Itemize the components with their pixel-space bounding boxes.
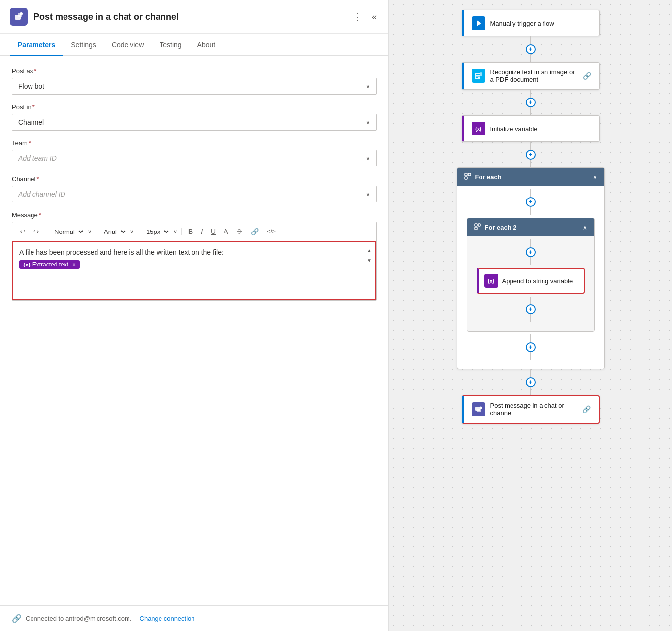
post-in-field: Post in* Channel ∨ (12, 103, 377, 131)
italic-button[interactable]: I (198, 226, 205, 237)
extracted-tag-label: Extracted text (32, 261, 68, 268)
tab-parameters[interactable]: Parameters (10, 34, 63, 56)
svg-rect-7 (476, 76, 480, 77)
font-size-select[interactable]: 15px (142, 227, 170, 237)
teams-icon (10, 8, 28, 26)
add-step-nested-button[interactable]: + (526, 247, 536, 257)
tab-codeview[interactable]: Code view (104, 34, 152, 56)
team-dropdown[interactable]: Add team ID ∨ (12, 150, 377, 166)
post-in-dropdown[interactable]: Channel ∨ (12, 114, 377, 131)
chevron-down-icon: ∨ (130, 229, 134, 235)
post-as-dropdown[interactable]: Flow bot ∨ (12, 78, 377, 95)
for-each-2-chevron-icon[interactable]: ∧ (583, 224, 587, 231)
underline-button[interactable]: U (208, 226, 218, 237)
panel-header: Post message in a chat or channel ⋮ « (0, 0, 388, 34)
connector-line (530, 90, 531, 98)
more-options-button[interactable]: ⋮ (351, 9, 364, 24)
strikethrough-button[interactable] (233, 227, 245, 236)
for-each-2-body: + {x} Append to string variable + (467, 236, 594, 327)
add-step-button[interactable]: + (526, 98, 536, 107)
connector-line (530, 334, 531, 342)
chevron-down-icon: ∨ (366, 119, 370, 126)
code-view-button[interactable]: </> (264, 227, 278, 236)
for-each-container: For each ∧ + (457, 167, 605, 369)
add-step-inside-button[interactable]: + (526, 197, 536, 207)
add-step-button[interactable]: + (526, 44, 536, 54)
scroll-indicators: ▲ ▼ (365, 246, 373, 264)
change-connection-link[interactable]: Change connection (140, 615, 195, 622)
svg-rect-10 (465, 173, 467, 176)
team-label: Team* (12, 139, 377, 147)
right-panel: Manually trigger a flow + Recognize text… (389, 0, 672, 631)
collapse-button[interactable]: « (370, 10, 379, 24)
nested-add-connector: + (526, 239, 536, 265)
add-step-button[interactable]: + (526, 150, 536, 160)
add-step-button[interactable]: + (526, 377, 536, 387)
message-field: Message* ↩ ↪ Normal ∨ Arial ∨ (12, 211, 377, 301)
svg-point-18 (480, 407, 482, 409)
chevron-down-icon: ∨ (173, 229, 177, 235)
channel-field: Channel* Add channel ID ∨ (12, 175, 377, 202)
chevron-down-icon: ∨ (366, 191, 370, 198)
post-message-label: Post message in a chat or channel (490, 402, 577, 417)
connector-line (530, 160, 531, 167)
initialize-node[interactable]: {x} Initialize variable (462, 115, 600, 142)
svg-rect-9 (480, 72, 482, 76)
trigger-node[interactable]: Manually trigger a flow (462, 10, 600, 36)
recognize-node[interactable]: Recognize text in an image or a PDF docu… (462, 62, 600, 90)
post-in-label: Post in* (12, 103, 377, 111)
link-icon: 🔗 (583, 72, 591, 80)
for-each-chevron-icon[interactable]: ∧ (593, 174, 597, 181)
for-each-2-header[interactable]: For each 2 ∧ (467, 218, 594, 236)
toolbar-separator-1 (46, 228, 46, 235)
scroll-up-icon[interactable]: ▲ (365, 246, 373, 254)
toolbar-separator-3 (138, 228, 138, 235)
team-placeholder: Add team ID (18, 154, 57, 162)
font-family-select[interactable]: Arial (100, 227, 127, 237)
extracted-text-tag[interactable]: {x} Extracted text × (19, 260, 80, 269)
add-step-after-foreach2-button[interactable]: + (526, 342, 536, 352)
font-style-select[interactable]: Normal (50, 227, 85, 237)
connector-line (530, 257, 531, 265)
svg-point-2 (20, 12, 23, 15)
redo-button[interactable]: ↪ (31, 226, 42, 237)
for-each-icon (464, 173, 471, 181)
for-each-2-header-left: For each 2 (474, 223, 517, 232)
channel-dropdown[interactable]: Add channel ID ∨ (12, 186, 377, 202)
channel-label: Channel* (12, 175, 377, 183)
toolbar-separator-4 (181, 228, 182, 235)
connector-line (530, 239, 531, 247)
undo-button[interactable]: ↩ (17, 226, 28, 237)
recognize-icon (472, 69, 485, 83)
highlight-button[interactable]: A (221, 226, 230, 237)
scroll-down-icon[interactable]: ▼ (365, 256, 373, 264)
left-panel: Post message in a chat or channel ⋮ « Pa… (0, 0, 389, 631)
for-each-2-label: For each 2 (485, 224, 517, 231)
team-field: Team* Add team ID ∨ (12, 139, 377, 166)
bold-button[interactable]: B (186, 226, 195, 237)
post-message-node[interactable]: Post message in a chat or channel 🔗 (462, 395, 600, 424)
remove-tag-button[interactable]: × (72, 261, 76, 268)
append-node[interactable]: {x} Append to string variable (477, 268, 585, 294)
svg-rect-14 (478, 224, 480, 226)
tab-settings[interactable]: Settings (63, 34, 104, 56)
connector-line (530, 54, 531, 62)
link-button[interactable]: 🔗 (248, 226, 261, 237)
add-step-after-append-button[interactable]: + (526, 304, 536, 314)
tab-about[interactable]: About (190, 34, 224, 56)
for-each-2-icon (474, 223, 481, 232)
connector-2: + (526, 90, 536, 115)
chevron-down-icon: ∨ (366, 83, 370, 90)
tab-testing[interactable]: Testing (152, 34, 189, 56)
message-label: Message* (12, 211, 377, 219)
form-content: Post as* Flow bot ∨ Post in* Channel ∨ T… (0, 56, 388, 605)
connector-line (530, 297, 531, 304)
for-each-bottom-connector: + (526, 334, 536, 360)
for-each-header[interactable]: For each ∧ (457, 168, 604, 186)
post-in-value: Channel (18, 118, 44, 126)
trigger-label: Manually trigger a flow (490, 20, 591, 27)
connector-3: + (526, 142, 536, 167)
append-label: Append to string variable (502, 277, 573, 285)
editor-body[interactable]: A file has been processed and here is al… (12, 241, 376, 300)
panel-title: Post message in a chat or channel (33, 12, 179, 22)
